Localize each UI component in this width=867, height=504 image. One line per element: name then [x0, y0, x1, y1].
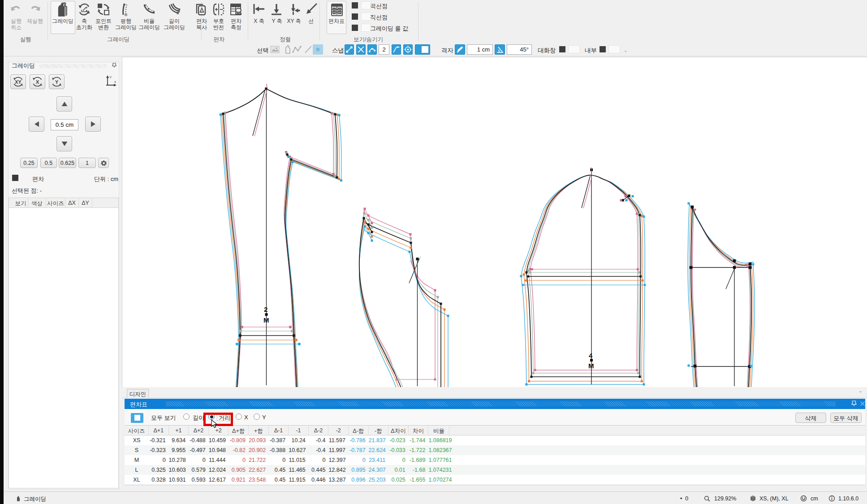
svg-text:Y: Y: [55, 79, 59, 85]
svg-text:x: x: [114, 80, 116, 84]
svg-text:4: 4: [589, 352, 593, 359]
svg-text:XY: XY: [15, 79, 22, 85]
svg-text:Y: Y: [109, 75, 112, 79]
svg-text:M: M: [263, 316, 269, 324]
svg-text:M: M: [588, 362, 594, 370]
svg-text:2: 2: [264, 306, 267, 313]
svg-text:X: X: [36, 79, 39, 85]
